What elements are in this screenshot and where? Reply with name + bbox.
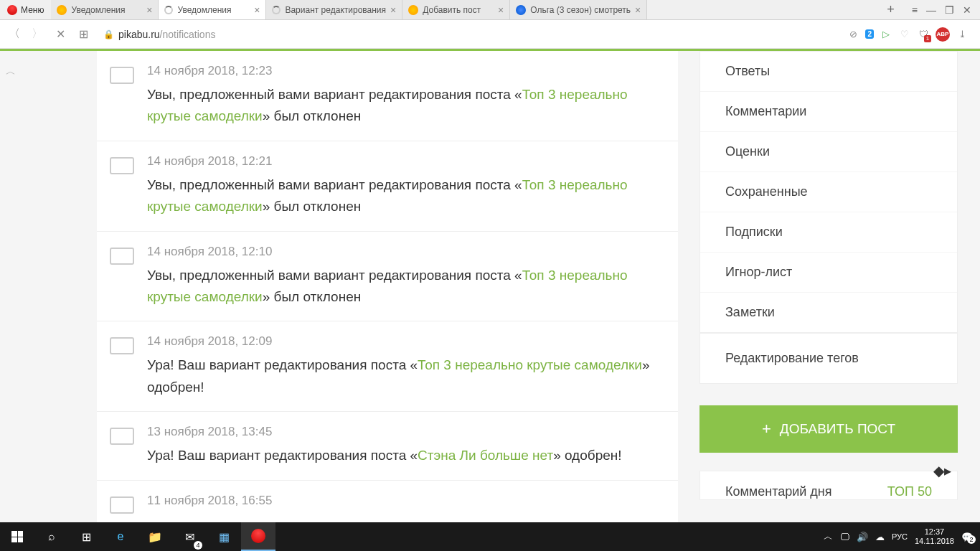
sidebar-item[interactable]: Заметки bbox=[700, 293, 957, 332]
url-text: pikabu.ru/notifications bbox=[118, 29, 215, 40]
back-button[interactable]: 〈 bbox=[6, 26, 23, 43]
shield-icon[interactable]: 🛡1 bbox=[917, 28, 930, 41]
notification-item: 13 ноября 2018, 13:45Ура! Ваш вариант ре… bbox=[97, 412, 678, 480]
sidebar-item-tag-edit[interactable]: Редактирование тегов bbox=[700, 334, 957, 383]
tab-favicon bbox=[408, 5, 418, 15]
post-link[interactable]: Топ 3 нереально крутые самоделки bbox=[147, 177, 628, 214]
tab-close-icon[interactable]: × bbox=[498, 4, 504, 16]
minimize-button[interactable]: — bbox=[926, 4, 936, 16]
notification-date: 14 ноября 2018, 12:21 bbox=[147, 154, 664, 169]
notification-text: Увы, предложенный вами вариант редактиро… bbox=[147, 174, 664, 218]
sidebar-item[interactable]: Сохраненные bbox=[700, 172, 957, 212]
tab-close-icon[interactable]: × bbox=[146, 4, 152, 16]
paint-bucket-icon[interactable]: ◆▸ bbox=[933, 462, 951, 479]
notification-date: 14 ноября 2018, 12:09 bbox=[147, 334, 664, 349]
notification-text: Увы, предложенный вами вариант редактиро… bbox=[147, 84, 664, 128]
browser-tab-bar: Меню Уведомления×Уведомления×Вариант ред… bbox=[0, 0, 980, 20]
language-indicator[interactable]: РУС bbox=[892, 532, 908, 541]
browser-tab[interactable]: Уведомления× bbox=[159, 0, 266, 19]
tab-close-icon[interactable]: × bbox=[254, 4, 260, 16]
speed-dial-button[interactable]: ⊞ bbox=[75, 26, 92, 43]
notification-item: 14 ноября 2018, 12:23Увы, предложенный в… bbox=[97, 51, 678, 141]
windows-taskbar: ⌕ ⊞ e 📁 ✉4 ▦ ︿ 🖵 🔊 ☁ РУС 12:37 14.11.201… bbox=[0, 522, 980, 551]
opera-icon bbox=[7, 5, 17, 15]
sidebar-item[interactable]: Оценки bbox=[700, 132, 957, 172]
window-controls: ≡ — ❐ ✕ bbox=[903, 4, 980, 16]
action-center-icon[interactable]: 💬2 bbox=[961, 532, 973, 542]
post-link[interactable]: Топ 3 нереально крутые самоделки bbox=[147, 87, 628, 123]
notification-item: 11 ноября 2018, 16:55 bbox=[97, 481, 678, 527]
url-input[interactable]: 🔒 pikabu.ru/notifications bbox=[98, 26, 835, 43]
system-tray: ︿ 🖵 🔊 ☁ РУС 12:37 14.11.2018 💬2 bbox=[824, 527, 980, 546]
sidebar: ОтветыКомментарииОценкиСохраненныеПодпис… bbox=[699, 51, 958, 522]
wand-icon[interactable]: ⊘ bbox=[847, 28, 859, 41]
start-button[interactable] bbox=[0, 522, 34, 551]
abp-icon[interactable]: ABP bbox=[936, 27, 950, 42]
sidebar-item[interactable]: Игнор-лист bbox=[700, 253, 957, 293]
sidebar-item[interactable]: Комментарии bbox=[700, 92, 957, 132]
lock-icon: 🔒 bbox=[103, 29, 114, 39]
opera-taskbar-button[interactable] bbox=[241, 522, 275, 551]
page-content: ︿ 14 ноября 2018, 12:23Увы, предложенный… bbox=[0, 51, 980, 522]
heart-icon[interactable]: ♡ bbox=[898, 28, 911, 41]
sync-icon[interactable]: ▷ bbox=[880, 28, 892, 41]
notification-text: Ура! Ваш вариант редактирования поста «Т… bbox=[147, 354, 664, 398]
notification-item: 14 ноября 2018, 12:21Увы, предложенный в… bbox=[97, 141, 678, 232]
close-button[interactable]: ✕ bbox=[963, 4, 971, 16]
envelope-icon bbox=[97, 334, 147, 398]
notification-item: 14 ноября 2018, 12:10Увы, предложенный в… bbox=[97, 232, 678, 322]
browser-tab[interactable]: Добавить пост× bbox=[402, 0, 510, 19]
stop-button[interactable]: ✕ bbox=[52, 26, 69, 43]
menu-label: Меню bbox=[21, 5, 44, 15]
browser-tab[interactable]: Ольга (3 сезон) смотреть× bbox=[510, 0, 647, 19]
sidebar-item[interactable]: Ответы bbox=[700, 52, 957, 92]
tab-close-icon[interactable]: × bbox=[635, 4, 641, 16]
sidebar-item[interactable]: Подписки bbox=[700, 212, 957, 253]
post-link[interactable]: Топ 3 нереально крутые самоделки bbox=[418, 357, 642, 372]
envelope-icon bbox=[97, 245, 147, 309]
sidebar-tag-section: Редактирование тегов bbox=[699, 333, 958, 384]
forward-button[interactable]: 〉 bbox=[29, 26, 46, 43]
notification-text: Увы, предложенный вами вариант редактиро… bbox=[147, 265, 664, 309]
notification-date: 14 ноября 2018, 12:23 bbox=[147, 64, 664, 78]
envelope-icon bbox=[97, 494, 147, 514]
browser-tab[interactable]: Уведомления× bbox=[51, 0, 159, 19]
envelope-icon bbox=[97, 425, 147, 466]
opera-menu-button[interactable]: Меню bbox=[0, 0, 51, 19]
notification-date: 14 ноября 2018, 12:10 bbox=[147, 245, 664, 259]
browser-tab[interactable]: Вариант редактирования× bbox=[266, 0, 402, 19]
search-button[interactable]: ⌕ bbox=[34, 522, 69, 551]
new-tab-button[interactable]: + bbox=[878, 2, 903, 17]
notification-date: 11 ноября 2018, 16:55 bbox=[147, 494, 664, 508]
download-icon[interactable]: ⤓ bbox=[956, 28, 969, 41]
tab-favicon bbox=[272, 6, 281, 14]
tab-close-icon[interactable]: × bbox=[390, 4, 396, 16]
mail-button[interactable]: ✉4 bbox=[172, 522, 207, 551]
tray-volume-icon[interactable]: 🔊 bbox=[857, 532, 868, 542]
tab-favicon bbox=[164, 6, 173, 14]
notification-text: Ура! Ваш вариант редактирования поста «С… bbox=[147, 445, 664, 466]
extension-badge[interactable]: 2 bbox=[865, 29, 874, 39]
tab-title: Уведомления bbox=[177, 5, 250, 15]
tray-display-icon[interactable]: 🖵 bbox=[840, 532, 849, 542]
tab-title: Вариант редактирования bbox=[285, 5, 386, 15]
sidebar-toggle-icon[interactable]: ≡ bbox=[912, 4, 918, 16]
app-button[interactable]: ▦ bbox=[207, 522, 241, 551]
post-link[interactable]: Топ 3 нереально крутые самоделки bbox=[147, 268, 628, 304]
notifications-list: 14 ноября 2018, 12:23Увы, предложенный в… bbox=[97, 51, 678, 522]
sidebar-menu: ОтветыКомментарииОценкиСохраненныеПодпис… bbox=[699, 51, 958, 333]
tab-title: Ольга (3 сезон) смотреть bbox=[530, 5, 631, 15]
maximize-button[interactable]: ❐ bbox=[945, 4, 954, 16]
task-view-button[interactable]: ⊞ bbox=[69, 522, 103, 551]
scroll-top-button[interactable]: ︿ bbox=[6, 65, 16, 78]
clock[interactable]: 12:37 14.11.2018 bbox=[915, 527, 954, 546]
top-50-link[interactable]: ТОП 50 bbox=[887, 484, 932, 499]
comment-day-title: Комментарий дня bbox=[725, 484, 832, 499]
tray-up-icon[interactable]: ︿ bbox=[824, 530, 833, 543]
post-link[interactable]: Стэна Ли больше нет bbox=[418, 448, 553, 463]
explorer-button[interactable]: 📁 bbox=[138, 522, 172, 551]
edge-button[interactable]: e bbox=[103, 522, 138, 551]
tray-cloud-icon[interactable]: ☁ bbox=[875, 532, 885, 542]
add-post-button[interactable]: + ДОБАВИТЬ ПОСТ bbox=[699, 405, 958, 453]
notification-item: 14 ноября 2018, 12:09Ура! Ваш вариант ре… bbox=[97, 321, 678, 412]
